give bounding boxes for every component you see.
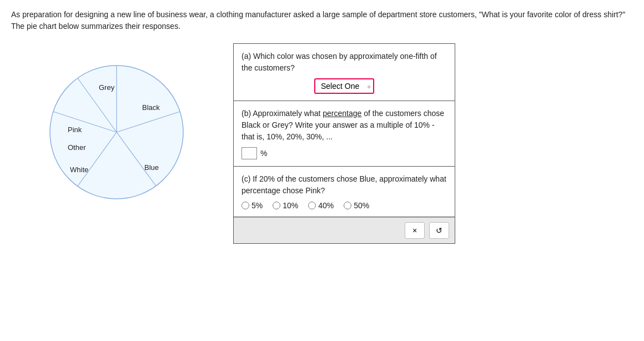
radio-label-50: 50%	[354, 201, 369, 210]
radio-10pct[interactable]	[273, 202, 280, 209]
radio-option-10[interactable]: 10%	[273, 201, 298, 210]
pie-chart-svg	[39, 54, 194, 210]
radio-options: 5% 10% 40% 50%	[242, 201, 447, 210]
radio-40pct[interactable]	[308, 202, 316, 209]
intro-paragraph: As preparation for designing a new line …	[11, 9, 633, 32]
questions-panel: (a) Which color was chosen by approximat…	[233, 43, 455, 244]
select-one-dropdown[interactable]: Select One Grey Pink Other Black Blue Wh…	[314, 78, 374, 94]
question-b-pre: (b) Approximately what	[242, 109, 323, 118]
pie-chart-wrapper: Grey Black Blue White Other Pink	[39, 54, 194, 210]
question-c-section: (c) If 20% of the customers chose Blue, …	[234, 167, 455, 217]
bottom-buttons-row: × ↺	[234, 217, 455, 243]
radio-5pct[interactable]	[242, 202, 249, 209]
question-c-text: (c) If 20% of the customers chose Blue, …	[242, 173, 447, 197]
radio-option-40[interactable]: 40%	[308, 201, 334, 210]
question-b-percentage: percentage	[323, 109, 361, 118]
percent-input-row: %	[242, 147, 447, 159]
question-a-section: (a) Which color was chosen by approximat…	[234, 44, 455, 101]
radio-option-50[interactable]: 50%	[344, 201, 369, 210]
percent-input[interactable]	[242, 147, 257, 159]
radio-label-10: 10%	[283, 201, 298, 210]
percent-symbol: %	[260, 149, 267, 158]
question-b-text: (b) Approximately what percentage of the…	[242, 108, 447, 143]
question-b-section: (b) Approximately what percentage of the…	[234, 101, 455, 167]
clear-button[interactable]: ×	[405, 222, 425, 239]
radio-50pct[interactable]	[344, 202, 351, 209]
radio-label-5: 5%	[251, 201, 263, 210]
radio-option-5[interactable]: 5%	[242, 201, 263, 210]
radio-label-40: 40%	[318, 201, 334, 210]
select-one-wrapper: Select One Grey Pink Other Black Blue Wh…	[242, 78, 447, 94]
reset-button[interactable]: ↺	[429, 222, 449, 239]
main-content: Grey Black Blue White Other Pink (a) Whi…	[11, 43, 633, 244]
select-wrapper[interactable]: Select One Grey Pink Other Black Blue Wh…	[314, 78, 374, 94]
pie-chart-container: Grey Black Blue White Other Pink	[11, 43, 222, 221]
question-a-text: (a) Which color was chosen by approximat…	[242, 51, 447, 74]
